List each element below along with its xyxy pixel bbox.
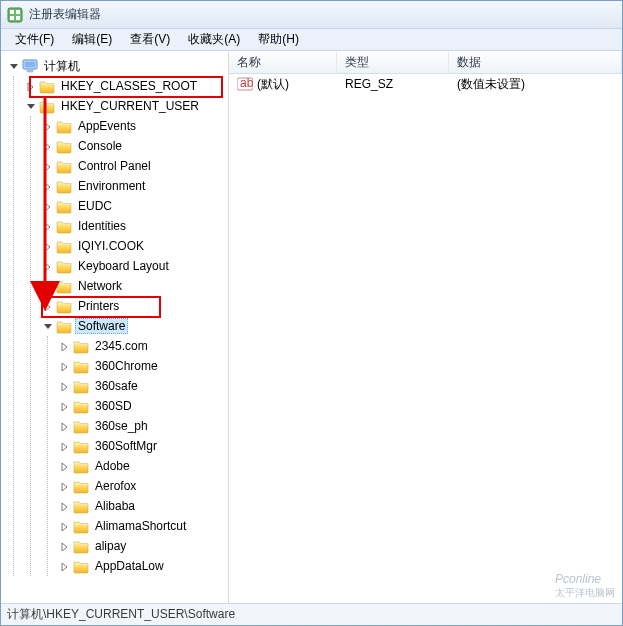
expand-icon[interactable]	[58, 400, 70, 412]
tree-hkcr[interactable]: HKEY_CLASSES_ROOT	[16, 76, 228, 96]
folder-icon	[73, 458, 89, 474]
folder-icon	[39, 98, 55, 114]
expand-icon[interactable]	[41, 160, 53, 172]
tree-hkcr-label: HKEY_CLASSES_ROOT	[58, 78, 200, 94]
expand-icon[interactable]	[41, 140, 53, 152]
tree-item-software[interactable]: Software	[33, 316, 228, 336]
tree-item-label: Identities	[75, 218, 129, 234]
tree-item-aerofox[interactable]: Aerofox	[50, 476, 228, 496]
tree-item-360chrome[interactable]: 360Chrome	[50, 356, 228, 376]
tree-item-label: 360safe	[92, 378, 141, 394]
folder-icon	[39, 78, 55, 94]
folder-icon	[73, 338, 89, 354]
expand-icon[interactable]	[24, 80, 36, 92]
expand-icon[interactable]	[41, 300, 53, 312]
col-type[interactable]: 类型	[337, 52, 449, 73]
list-body: (默认) REG_SZ (数值未设置)	[229, 74, 622, 603]
value-row[interactable]: (默认) REG_SZ (数值未设置)	[229, 74, 622, 94]
expand-icon[interactable]	[58, 520, 70, 532]
expand-icon[interactable]	[41, 240, 53, 252]
expand-icon[interactable]	[41, 280, 53, 292]
tree-item-360se-ph[interactable]: 360se_ph	[50, 416, 228, 436]
string-value-icon	[237, 77, 253, 91]
expand-icon[interactable]	[41, 220, 53, 232]
expand-icon[interactable]	[41, 180, 53, 192]
tree-item-2345-com[interactable]: 2345.com	[50, 336, 228, 356]
tree-item-identities[interactable]: Identities	[33, 216, 228, 236]
menu-view[interactable]: 查看(V)	[122, 29, 178, 50]
expand-icon[interactable]	[58, 440, 70, 452]
menu-fav[interactable]: 收藏夹(A)	[180, 29, 248, 50]
tree-item-alimamashortcut[interactable]: AlimamaShortcut	[50, 516, 228, 536]
expand-icon[interactable]	[58, 480, 70, 492]
tree-item-eudc[interactable]: EUDC	[33, 196, 228, 216]
menu-help[interactable]: 帮助(H)	[250, 29, 307, 50]
tree-item-alipay[interactable]: alipay	[50, 536, 228, 556]
tree-item-label: IQIYI.COOK	[75, 238, 147, 254]
expand-icon[interactable]	[58, 460, 70, 472]
tree-item-label: 360SD	[92, 398, 135, 414]
tree-hkcu[interactable]: HKEY_CURRENT_USER	[16, 96, 228, 116]
expand-icon[interactable]	[58, 540, 70, 552]
expand-icon[interactable]	[58, 380, 70, 392]
value-name: (默认)	[229, 76, 337, 93]
tree-item-appevents[interactable]: AppEvents	[33, 116, 228, 136]
value-type: REG_SZ	[337, 77, 449, 91]
tree-item-360softmgr[interactable]: 360SoftMgr	[50, 436, 228, 456]
expand-icon[interactable]	[58, 360, 70, 372]
tree-item-360safe[interactable]: 360safe	[50, 376, 228, 396]
expand-icon[interactable]	[41, 120, 53, 132]
tree-item-label: Adobe	[92, 458, 133, 474]
tree-item-console[interactable]: Console	[33, 136, 228, 156]
tree-item-label: Keyboard Layout	[75, 258, 172, 274]
folder-icon	[56, 258, 72, 274]
folder-icon	[73, 438, 89, 454]
tree-item-printers[interactable]: Printers	[33, 296, 228, 316]
tree-item-alibaba[interactable]: Alibaba	[50, 496, 228, 516]
expand-icon[interactable]	[41, 260, 53, 272]
tree-item-360sd[interactable]: 360SD	[50, 396, 228, 416]
tree-item-label: 2345.com	[92, 338, 151, 354]
expand-icon[interactable]	[58, 420, 70, 432]
collapse-icon[interactable]	[41, 320, 53, 332]
tree-scroll[interactable]: 计算机 HKEY_CLASSES_ROOT HKEY_CURRENT_USER	[1, 52, 228, 592]
expand-icon[interactable]	[58, 560, 70, 572]
regedit-icon	[7, 7, 23, 23]
col-data[interactable]: 数据	[449, 52, 622, 73]
col-name[interactable]: 名称	[229, 52, 337, 73]
titlebar[interactable]: 注册表编辑器	[1, 1, 622, 29]
menu-file[interactable]: 文件(F)	[7, 29, 62, 50]
tree-item-environment[interactable]: Environment	[33, 176, 228, 196]
folder-icon	[56, 178, 72, 194]
tree-item-network[interactable]: Network	[33, 276, 228, 296]
folder-icon	[56, 198, 72, 214]
tree-item-label: Alibaba	[92, 498, 138, 514]
tree-hkcu-label: HKEY_CURRENT_USER	[58, 98, 202, 114]
folder-icon	[73, 478, 89, 494]
folder-icon	[56, 318, 72, 334]
tree-item-appdatalow[interactable]: AppDataLow	[50, 556, 228, 576]
expand-icon[interactable]	[58, 500, 70, 512]
tree-root[interactable]: 计算机	[3, 56, 228, 76]
tree-item-control-panel[interactable]: Control Panel	[33, 156, 228, 176]
collapse-icon[interactable]	[7, 60, 19, 72]
tree-item-iqiyi-cook[interactable]: IQIYI.COOK	[33, 236, 228, 256]
folder-icon	[56, 158, 72, 174]
folder-icon	[56, 218, 72, 234]
collapse-icon[interactable]	[24, 100, 36, 112]
client-area: 计算机 HKEY_CLASSES_ROOT HKEY_CURRENT_USER	[1, 51, 622, 603]
expand-icon[interactable]	[58, 340, 70, 352]
folder-icon	[56, 118, 72, 134]
tree-item-label: Environment	[75, 178, 148, 194]
tree-item-keyboard-layout[interactable]: Keyboard Layout	[33, 256, 228, 276]
tree-item-label: AlimamaShortcut	[92, 518, 189, 534]
tree-item-adobe[interactable]: Adobe	[50, 456, 228, 476]
folder-icon	[56, 278, 72, 294]
tree-item-label: Console	[75, 138, 125, 154]
folder-icon	[73, 558, 89, 574]
folder-icon	[73, 378, 89, 394]
menu-edit[interactable]: 编辑(E)	[64, 29, 120, 50]
folder-icon	[56, 238, 72, 254]
expand-icon[interactable]	[41, 200, 53, 212]
folder-icon	[73, 358, 89, 374]
